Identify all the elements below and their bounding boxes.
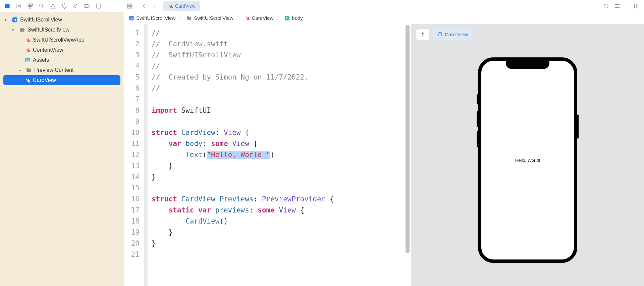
chevron-right-icon: 〉 xyxy=(237,15,241,21)
fold-bar[interactable] xyxy=(144,24,148,286)
file-row-selected[interactable]: CardView xyxy=(3,75,120,85)
file-label: CardView xyxy=(33,77,56,83)
active-tab[interactable]: CardView xyxy=(163,1,200,11)
phone-wrap: Hello, World! xyxy=(415,38,640,282)
add-editor-icon[interactable] xyxy=(633,3,640,9)
project-root-label: SwiftUIScrollView xyxy=(20,17,62,23)
svg-rect-3 xyxy=(29,6,31,8)
report-icon[interactable] xyxy=(95,3,102,9)
svg-text:P: P xyxy=(286,16,288,20)
side-button xyxy=(477,131,478,147)
back-icon[interactable] xyxy=(141,3,148,9)
side-button xyxy=(477,111,478,127)
crumb-label: CardView xyxy=(252,15,274,21)
pin-icon xyxy=(420,32,425,37)
code-editor[interactable]: 123456789101112131415161718192021 // // … xyxy=(124,24,411,286)
folder-label: SwiftUIScrollView xyxy=(28,27,69,33)
crumb-folder[interactable]: SwiftUIScrollView xyxy=(186,15,233,21)
editor-header: CardView xyxy=(126,1,200,11)
scrollbar-thumb[interactable] xyxy=(406,25,410,253)
divider xyxy=(136,3,136,9)
symbols-icon[interactable] xyxy=(27,3,34,9)
swift-icon xyxy=(168,3,173,9)
svg-rect-2 xyxy=(31,4,33,5)
folder-row[interactable]: ▾ SwiftUIScrollView xyxy=(0,25,124,35)
svg-point-15 xyxy=(26,59,27,60)
property-icon: P xyxy=(284,15,290,21)
swift-icon xyxy=(24,77,31,84)
crumb-label: body xyxy=(292,15,303,21)
related-items-icon[interactable] xyxy=(126,3,133,9)
app-icon xyxy=(11,16,18,23)
svg-rect-10 xyxy=(127,6,129,8)
side-button xyxy=(577,114,579,139)
line-gutter: 123456789101112131415161718192021 xyxy=(124,24,144,286)
swift-icon xyxy=(24,37,31,43)
preview-chip[interactable]: Card View xyxy=(433,28,473,40)
folder-row[interactable]: ▸ Preview Content xyxy=(0,65,124,75)
svg-rect-8 xyxy=(127,4,129,5)
svg-point-5 xyxy=(53,7,53,7)
file-row[interactable]: ContentView xyxy=(0,45,124,55)
project-navigator[interactable]: ▾ SwiftUIScrollView ▾ SwiftUIScrollView … xyxy=(0,12,124,286)
paste-icon xyxy=(437,32,443,37)
folder-icon xyxy=(25,67,32,74)
file-label: SwiftUIScrollViewApp xyxy=(33,37,85,43)
svg-rect-9 xyxy=(130,4,132,5)
pin-button[interactable] xyxy=(416,28,429,40)
canvas-preview[interactable]: Card View Hello, World! xyxy=(411,24,644,286)
folder-label: Preview Content xyxy=(34,67,73,73)
divider xyxy=(627,3,627,9)
refresh-icon[interactable] xyxy=(603,3,609,9)
breakpoint-icon[interactable] xyxy=(84,3,91,9)
chevron-down-icon[interactable]: ▾ xyxy=(12,28,17,32)
folder-icon xyxy=(186,15,192,21)
warning-icon[interactable] xyxy=(50,3,56,9)
tests-icon[interactable] xyxy=(61,3,68,9)
folder-icon[interactable] xyxy=(4,3,11,9)
search-icon[interactable] xyxy=(38,3,45,9)
editor-body: 123456789101112131415161718192021 // // … xyxy=(124,24,644,286)
crumb-label: SwiftUIScrollView xyxy=(136,15,175,21)
breadcrumbs[interactable]: SwiftUIScrollView 〉 SwiftUIScrollView 〉 … xyxy=(124,12,644,24)
debug-icon[interactable] xyxy=(72,3,79,9)
editor-column: SwiftUIScrollView 〉 SwiftUIScrollView 〉 … xyxy=(124,12,644,286)
chevron-right-icon: 〉 xyxy=(179,15,183,21)
crumb-file[interactable]: CardView xyxy=(245,15,274,21)
swift-icon xyxy=(245,15,250,21)
svg-rect-11 xyxy=(130,6,132,8)
svg-point-4 xyxy=(40,4,43,7)
preview-chip-label: Card View xyxy=(445,32,468,37)
scrollbar[interactable] xyxy=(405,25,410,285)
crumb-symbol[interactable]: P body xyxy=(284,15,303,21)
editor-options xyxy=(603,3,641,9)
file-row[interactable]: Assets xyxy=(0,55,124,65)
swift-icon xyxy=(24,47,31,53)
toolbar: CardView xyxy=(0,0,644,12)
preview-content-text: Hello, World! xyxy=(515,158,540,163)
forward-icon[interactable] xyxy=(151,3,158,9)
main: ▾ SwiftUIScrollView ▾ SwiftUIScrollView … xyxy=(0,12,644,286)
file-label: ContentView xyxy=(33,47,63,53)
file-row[interactable]: SwiftUIScrollViewApp xyxy=(0,35,124,45)
preview-tools: Card View xyxy=(416,28,473,40)
assets-icon xyxy=(24,57,31,63)
code-content[interactable]: // // CardView.swift // SwiftUIScrollVie… xyxy=(148,24,411,286)
crumb-project[interactable]: SwiftUIScrollView xyxy=(129,15,175,21)
crumb-label: SwiftUIScrollView xyxy=(194,15,233,21)
side-button xyxy=(477,94,478,104)
project-root[interactable]: ▾ SwiftUIScrollView xyxy=(0,15,124,25)
chevron-right-icon: 〉 xyxy=(277,15,281,21)
adjust-editor-icon[interactable] xyxy=(614,3,621,9)
app-icon xyxy=(129,15,134,21)
notch xyxy=(506,61,549,69)
chevron-right-icon[interactable]: ▸ xyxy=(19,68,23,73)
svg-rect-1 xyxy=(28,4,30,5)
source-control-icon[interactable] xyxy=(15,3,22,9)
tab-label: CardView xyxy=(175,3,195,9)
phone-frame[interactable]: Hello, World! xyxy=(478,57,577,263)
folder-icon xyxy=(19,27,25,33)
file-label: Assets xyxy=(33,57,49,63)
chevron-down-icon[interactable]: ▾ xyxy=(5,18,9,22)
navigator-toolbar xyxy=(3,3,126,9)
